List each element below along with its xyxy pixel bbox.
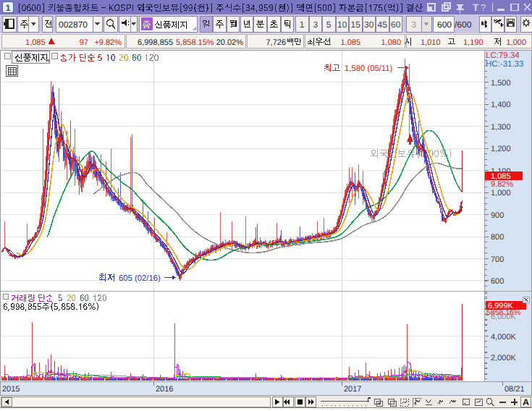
svg-text:6,998,855: 6,998,855	[138, 38, 173, 47]
svg-text:1,500: 1,500	[491, 79, 511, 88]
svg-text:2016: 2016	[156, 385, 173, 394]
svg-text:45: 45	[378, 20, 388, 30]
svg-text:600: 600	[491, 277, 504, 286]
svg-text:T: T	[473, 2, 479, 13]
svg-text:900: 900	[491, 211, 504, 220]
svg-text:20.02%: 20.02%	[216, 38, 244, 47]
svg-text:1: 1	[6, 3, 11, 13]
svg-text:7,726: 7,726	[266, 38, 286, 47]
svg-text:?: ?	[481, 2, 486, 13]
svg-text:1,580 (05/11): 1,580 (05/11)	[345, 64, 393, 73]
svg-text:1,000: 1,000	[506, 38, 526, 47]
svg-text:2015: 2015	[2, 385, 20, 394]
svg-text:A: A	[523, 397, 529, 407]
svg-text:30: 30	[364, 20, 374, 30]
svg-text:1,085: 1,085	[25, 38, 46, 47]
svg-text:3: 3	[313, 20, 318, 30]
svg-text:1,400: 1,400	[491, 101, 511, 109]
svg-text:5,858.15%: 5,858.15%	[176, 38, 214, 47]
svg-text:605 (02/16): 605 (02/16)	[119, 274, 161, 283]
svg-text:700: 700	[491, 255, 504, 264]
svg-text:600: 600	[437, 20, 452, 30]
svg-text:3: 3	[411, 20, 416, 30]
svg-text:5858.16%: 5858.16%	[486, 308, 520, 317]
svg-text:5: 5	[326, 20, 332, 30]
svg-text:/600: /600	[455, 20, 472, 30]
svg-text:1,300: 1,300	[491, 123, 511, 132]
svg-text:1: 1	[300, 20, 305, 30]
svg-text:2,000K: 2,000K	[491, 354, 517, 363]
svg-text:1,190: 1,190	[463, 38, 484, 47]
svg-text:9.82%: 9.82%	[491, 180, 513, 189]
svg-text:800: 800	[491, 233, 504, 242]
svg-text:08/21: 08/21	[504, 385, 525, 394]
svg-text:002870: 002870	[59, 20, 88, 30]
svg-text:1,200: 1,200	[491, 145, 511, 153]
svg-text:2017: 2017	[344, 385, 361, 394]
svg-text:+9.82%: +9.82%	[94, 38, 122, 47]
svg-text:1,010: 1,010	[421, 38, 441, 47]
svg-text:60: 60	[391, 20, 401, 30]
svg-text:LC:79.34: LC:79.34	[486, 51, 520, 60]
svg-text:1,085: 1,085	[340, 38, 360, 47]
svg-text:1,080: 1,080	[381, 38, 401, 47]
svg-text:HC:-31.33: HC:-31.33	[486, 60, 523, 69]
svg-text:15: 15	[351, 20, 361, 30]
svg-text:4,000K: 4,000K	[491, 333, 517, 342]
svg-text:97: 97	[80, 38, 88, 47]
svg-text:1,000: 1,000	[491, 189, 511, 198]
svg-text:10: 10	[337, 20, 347, 30]
